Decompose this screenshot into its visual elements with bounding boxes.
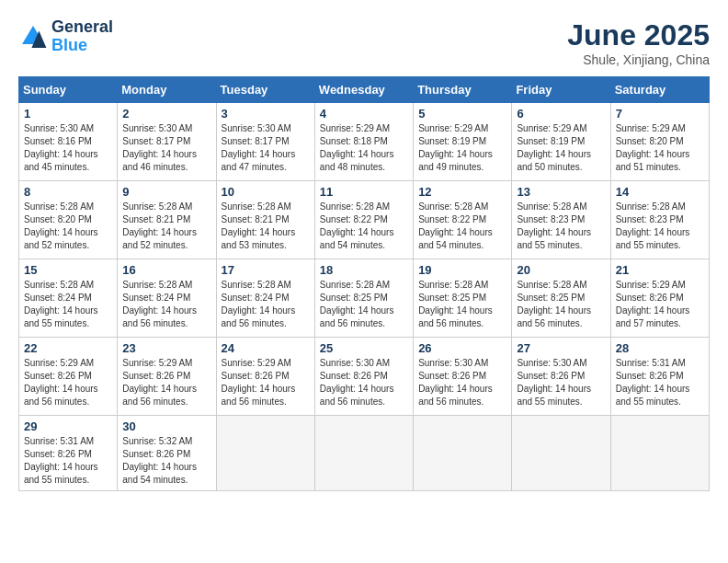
- calendar-cell: [314, 416, 413, 491]
- day-info: Sunrise: 5:29 AM Sunset: 8:26 PM Dayligh…: [616, 279, 704, 330]
- calendar-week-row: 29 Sunrise: 5:31 AM Sunset: 8:26 PM Dayl…: [19, 416, 710, 491]
- day-number: 3: [222, 107, 310, 121]
- day-number: 26: [418, 341, 506, 355]
- header-saturday: Saturday: [610, 77, 709, 103]
- calendar-cell: 10 Sunrise: 5:28 AM Sunset: 8:21 PM Dayl…: [216, 181, 314, 259]
- day-info: Sunrise: 5:28 AM Sunset: 8:25 PM Dayligh…: [418, 279, 506, 330]
- calendar-week-row: 8 Sunrise: 5:28 AM Sunset: 8:20 PM Dayli…: [19, 181, 710, 259]
- location: Shule, Xinjiang, China: [567, 52, 710, 67]
- calendar-cell: [414, 416, 512, 491]
- day-info: Sunrise: 5:28 AM Sunset: 8:25 PM Dayligh…: [320, 279, 408, 330]
- day-info: Sunrise: 5:29 AM Sunset: 8:20 PM Dayligh…: [616, 122, 704, 174]
- logo: General Blue: [18, 18, 113, 55]
- header-friday: Friday: [512, 77, 610, 103]
- day-info: Sunrise: 5:28 AM Sunset: 8:24 PM Dayligh…: [24, 279, 112, 330]
- calendar-cell: 24 Sunrise: 5:29 AM Sunset: 8:26 PM Dayl…: [216, 338, 314, 416]
- header-monday: Monday: [118, 77, 216, 103]
- calendar-cell: 29 Sunrise: 5:31 AM Sunset: 8:26 PM Dayl…: [19, 416, 118, 491]
- header-sunday: Sunday: [19, 77, 118, 103]
- calendar-cell: 28 Sunrise: 5:31 AM Sunset: 8:26 PM Dayl…: [610, 338, 709, 416]
- calendar-cell: 15 Sunrise: 5:28 AM Sunset: 8:24 PM Dayl…: [19, 259, 118, 338]
- day-info: Sunrise: 5:29 AM Sunset: 8:19 PM Dayligh…: [517, 122, 605, 174]
- day-info: Sunrise: 5:28 AM Sunset: 8:21 PM Dayligh…: [122, 201, 210, 252]
- day-number: 20: [517, 263, 605, 277]
- day-number: 9: [122, 185, 210, 199]
- header-wednesday: Wednesday: [314, 77, 413, 103]
- day-info: Sunrise: 5:28 AM Sunset: 8:20 PM Dayligh…: [24, 201, 112, 252]
- day-number: 19: [418, 263, 506, 277]
- calendar-cell: 22 Sunrise: 5:29 AM Sunset: 8:26 PM Dayl…: [19, 338, 118, 416]
- header-thursday: Thursday: [414, 77, 512, 103]
- day-info: Sunrise: 5:29 AM Sunset: 8:18 PM Dayligh…: [320, 122, 408, 174]
- day-info: Sunrise: 5:30 AM Sunset: 8:26 PM Dayligh…: [418, 357, 506, 408]
- day-number: 11: [320, 185, 408, 199]
- calendar-cell: 7 Sunrise: 5:29 AM Sunset: 8:20 PM Dayli…: [610, 103, 709, 181]
- logo-icon: [18, 22, 48, 52]
- day-info: Sunrise: 5:29 AM Sunset: 8:26 PM Dayligh…: [122, 357, 210, 408]
- calendar-cell: 18 Sunrise: 5:28 AM Sunset: 8:25 PM Dayl…: [314, 259, 413, 338]
- day-number: 25: [320, 341, 408, 355]
- calendar-cell: 6 Sunrise: 5:29 AM Sunset: 8:19 PM Dayli…: [512, 103, 610, 181]
- calendar-cell: [216, 416, 314, 491]
- calendar-cell: 11 Sunrise: 5:28 AM Sunset: 8:22 PM Dayl…: [314, 181, 413, 259]
- day-info: Sunrise: 5:30 AM Sunset: 8:17 PM Dayligh…: [222, 122, 310, 174]
- day-number: 28: [616, 341, 704, 355]
- day-number: 16: [122, 263, 210, 277]
- logo-text: General Blue: [51, 18, 113, 55]
- calendar-cell: 19 Sunrise: 5:28 AM Sunset: 8:25 PM Dayl…: [414, 259, 512, 338]
- day-number: 30: [122, 419, 210, 433]
- day-number: 13: [517, 185, 605, 199]
- calendar-cell: 4 Sunrise: 5:29 AM Sunset: 8:18 PM Dayli…: [314, 103, 413, 181]
- calendar-cell: 23 Sunrise: 5:29 AM Sunset: 8:26 PM Dayl…: [118, 338, 216, 416]
- day-info: Sunrise: 5:31 AM Sunset: 8:26 PM Dayligh…: [616, 357, 704, 408]
- day-info: Sunrise: 5:28 AM Sunset: 8:24 PM Dayligh…: [122, 279, 210, 330]
- day-info: Sunrise: 5:29 AM Sunset: 8:26 PM Dayligh…: [24, 357, 112, 408]
- title-area: June 2025 Shule, Xinjiang, China: [567, 18, 710, 67]
- calendar-cell: 13 Sunrise: 5:28 AM Sunset: 8:23 PM Dayl…: [512, 181, 610, 259]
- calendar-cell: 12 Sunrise: 5:28 AM Sunset: 8:22 PM Dayl…: [414, 181, 512, 259]
- calendar-cell: 21 Sunrise: 5:29 AM Sunset: 8:26 PM Dayl…: [610, 259, 709, 338]
- day-number: 1: [24, 107, 112, 121]
- day-info: Sunrise: 5:28 AM Sunset: 8:22 PM Dayligh…: [320, 201, 408, 252]
- header-tuesday: Tuesday: [216, 77, 314, 103]
- day-number: 8: [24, 185, 112, 199]
- day-number: 6: [517, 107, 605, 121]
- calendar-cell: 2 Sunrise: 5:30 AM Sunset: 8:17 PM Dayli…: [118, 103, 216, 181]
- day-number: 18: [320, 263, 408, 277]
- day-number: 12: [418, 185, 506, 199]
- calendar-week-row: 1 Sunrise: 5:30 AM Sunset: 8:16 PM Dayli…: [19, 103, 710, 181]
- calendar-table: Sunday Monday Tuesday Wednesday Thursday…: [18, 76, 710, 491]
- day-info: Sunrise: 5:30 AM Sunset: 8:17 PM Dayligh…: [122, 122, 210, 174]
- day-number: 2: [122, 107, 210, 121]
- page-header: General Blue June 2025 Shule, Xinjiang, …: [18, 18, 710, 67]
- calendar-cell: 1 Sunrise: 5:30 AM Sunset: 8:16 PM Dayli…: [19, 103, 118, 181]
- day-info: Sunrise: 5:28 AM Sunset: 8:24 PM Dayligh…: [222, 279, 310, 330]
- calendar-cell: 17 Sunrise: 5:28 AM Sunset: 8:24 PM Dayl…: [216, 259, 314, 338]
- day-number: 4: [320, 107, 408, 121]
- day-number: 24: [222, 341, 310, 355]
- month-title: June 2025: [567, 18, 710, 52]
- day-info: Sunrise: 5:28 AM Sunset: 8:23 PM Dayligh…: [517, 201, 605, 252]
- day-number: 21: [616, 263, 704, 277]
- calendar-cell: 26 Sunrise: 5:30 AM Sunset: 8:26 PM Dayl…: [414, 338, 512, 416]
- day-number: 29: [24, 419, 112, 433]
- day-info: Sunrise: 5:28 AM Sunset: 8:23 PM Dayligh…: [616, 201, 704, 252]
- calendar-cell: 3 Sunrise: 5:30 AM Sunset: 8:17 PM Dayli…: [216, 103, 314, 181]
- day-info: Sunrise: 5:30 AM Sunset: 8:16 PM Dayligh…: [24, 122, 112, 174]
- day-info: Sunrise: 5:30 AM Sunset: 8:26 PM Dayligh…: [320, 357, 408, 408]
- day-number: 15: [24, 263, 112, 277]
- calendar-cell: 27 Sunrise: 5:30 AM Sunset: 8:26 PM Dayl…: [512, 338, 610, 416]
- calendar-cell: [610, 416, 709, 491]
- day-number: 5: [418, 107, 506, 121]
- day-info: Sunrise: 5:29 AM Sunset: 8:26 PM Dayligh…: [222, 357, 310, 408]
- day-info: Sunrise: 5:28 AM Sunset: 8:25 PM Dayligh…: [517, 279, 605, 330]
- calendar-week-row: 22 Sunrise: 5:29 AM Sunset: 8:26 PM Dayl…: [19, 338, 710, 416]
- day-number: 10: [222, 185, 310, 199]
- day-info: Sunrise: 5:30 AM Sunset: 8:26 PM Dayligh…: [517, 357, 605, 408]
- calendar-cell: 14 Sunrise: 5:28 AM Sunset: 8:23 PM Dayl…: [610, 181, 709, 259]
- calendar-cell: 30 Sunrise: 5:32 AM Sunset: 8:26 PM Dayl…: [118, 416, 216, 491]
- calendar-cell: 8 Sunrise: 5:28 AM Sunset: 8:20 PM Dayli…: [19, 181, 118, 259]
- day-number: 14: [616, 185, 704, 199]
- day-info: Sunrise: 5:28 AM Sunset: 8:21 PM Dayligh…: [222, 201, 310, 252]
- calendar-cell: 9 Sunrise: 5:28 AM Sunset: 8:21 PM Dayli…: [118, 181, 216, 259]
